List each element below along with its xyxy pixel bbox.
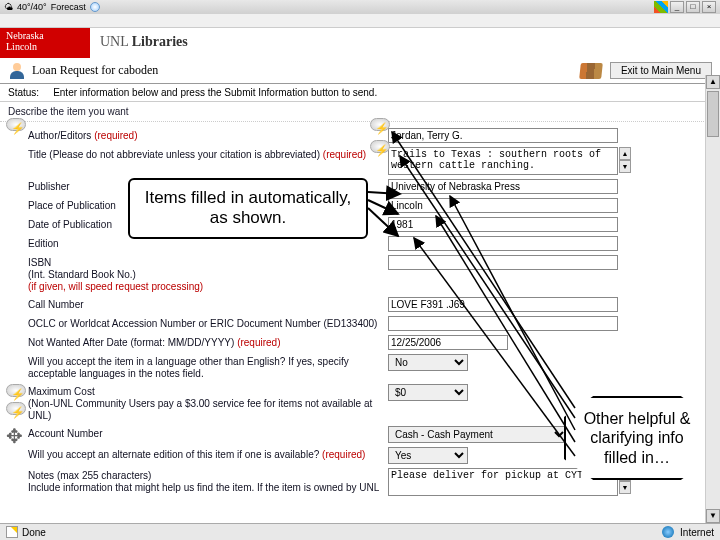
maxcost-label: Maximum Cost [28,386,95,397]
author-input[interactable] [388,128,618,143]
title-required: (required) [323,149,366,160]
libraries-heading: UNL Libraries [90,28,198,58]
scroll-up-button[interactable]: ▲ [706,75,720,89]
maxcost-select[interactable]: $0 [388,384,468,401]
bolt-icon [6,118,28,136]
notes-sub: Include information that might help us f… [28,482,388,494]
altedition-label: Will you accept an alternate edition of … [28,449,319,460]
exit-main-menu-button[interactable]: Exit to Main Menu [610,62,712,79]
titlebar-temp: 40°/40° [17,2,47,12]
scroll-down-button[interactable]: ▼ [706,509,720,523]
logo-line1: Nebraska [6,30,84,41]
author-required: (required) [94,130,137,141]
site-header: Nebraska Lincoln UNL Libraries [0,28,720,58]
page-icon [6,526,18,538]
title-scroll-down[interactable]: ▼ [619,160,631,173]
callout-other-info: Other helpful & clarifying info filled i… [564,396,710,480]
status-text: Enter information below and press the Su… [53,87,377,98]
title-scroll-up[interactable]: ▲ [619,147,631,160]
callno-label: Call Number [28,297,388,311]
maxcost-sub: (Non-UNL Community Users pay a $3.00 ser… [28,398,388,422]
altedition-required: (required) [322,449,365,460]
describe-heading: Describe the item you want [0,102,720,122]
books-icon [579,63,603,79]
acct-select[interactable]: Cash - Cash Payment [388,426,568,443]
oclc-label: OCLC or Worldcat Accession Number or ERI… [28,316,388,330]
weather-icon: 🌤 [4,2,13,12]
vertical-scrollbar[interactable]: ▲ ▼ [705,75,720,523]
place-input[interactable] [388,198,618,213]
nebraska-logo: Nebraska Lincoln [0,28,90,58]
logo-line2: Lincoln [6,41,84,52]
notes-scroll-down[interactable]: ▼ [619,481,631,494]
globe-icon [662,526,674,538]
isbn-label: ISBN [28,257,51,268]
bolt-icon [6,384,28,402]
scroll-thumb[interactable] [707,91,719,137]
notwanted-input[interactable] [388,335,508,350]
browser-toolbar [0,14,720,28]
lang-label: Will you accept the item in a language o… [28,354,388,380]
unl-prefix: UNL [100,34,128,49]
author-label: Author/Editors [28,130,91,141]
lang-select[interactable]: No [388,354,468,371]
bolt-icon [6,402,28,420]
forecast-label[interactable]: Forecast [51,2,86,12]
minimize-button[interactable]: _ [670,1,684,13]
isbn-hint: (if given, will speed request processing… [28,281,388,293]
bolt-icon [370,118,392,136]
close-button[interactable]: × [702,1,716,13]
status-label: Status: [8,87,39,98]
notes-label: Notes (max 255 characters) [28,470,151,481]
status-row: Status: Enter information below and pres… [0,84,720,102]
date-input[interactable] [388,217,618,232]
status-done: Done [22,527,46,538]
loan-title: Loan Request for caboden [32,63,158,78]
edition-input[interactable] [388,236,618,251]
title-input[interactable]: Trails to Texas : southern roots of west… [388,147,618,175]
acct-label: Account Number [28,426,388,440]
bolt-icon [370,140,392,158]
maximize-button[interactable]: □ [686,1,700,13]
oclc-input[interactable] [388,316,618,331]
status-internet: Internet [680,527,714,538]
move-cross-icon [6,424,28,446]
loan-header: Loan Request for caboden Exit to Main Me… [0,58,720,84]
callno-input[interactable] [388,297,618,312]
forecast-icon [90,2,100,12]
callout-auto-filled: Items filled in automatically, as shown. [128,178,368,239]
notwanted-required: (required) [237,337,280,348]
notwanted-label: Not Wanted After Date (format: MM/DD/YYY… [28,337,234,348]
person-icon [8,63,26,79]
publisher-input[interactable] [388,179,618,194]
title-label: Title (Please do not abbreviate unless y… [28,149,320,160]
altedition-select[interactable]: Yes [388,447,468,464]
window-titlebar: 🌤 40°/40° Forecast _ □ × [0,0,720,14]
isbn-input[interactable] [388,255,618,270]
browser-statusbar: Done Internet [0,523,720,540]
windows-logo-icon [654,1,668,13]
isbn-sub: (Int. Standard Book No.) [28,269,388,281]
libraries-label: Libraries [132,34,188,49]
